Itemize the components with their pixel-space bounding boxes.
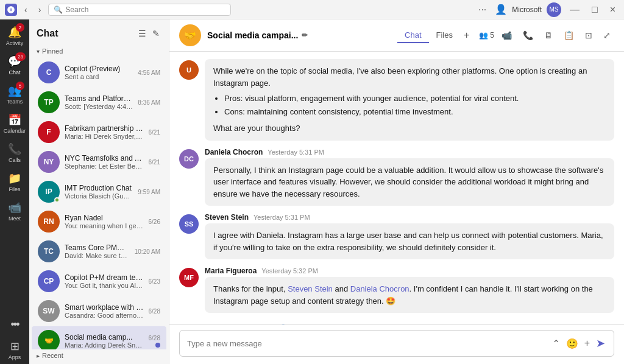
- calendar-label: Calendar: [4, 128, 26, 134]
- message-meta: Maria Figueroa Yesterday 5:32 PM: [205, 267, 614, 275]
- user-avatar-icon: 👤: [495, 4, 507, 15]
- more-actions-button[interactable]: ⊡: [581, 28, 596, 43]
- chat-item-time: 8:36 AM: [138, 99, 160, 106]
- send-button[interactable]: ➤: [595, 335, 606, 351]
- chat-item-time: 6/23: [149, 278, 160, 285]
- chat-item-copilot-pm[interactable]: CP Copilot P+M dream team You: Got it, t…: [32, 267, 166, 296]
- teams-label: Teams: [7, 99, 23, 105]
- chat-item-time: 4:56 AM: [138, 69, 160, 76]
- chat-item-social-media[interactable]: 🤝 Social media camp... Maria: Adding Der…: [32, 326, 166, 349]
- sidebar-item-calendar[interactable]: 📅 Calendar: [2, 110, 27, 138]
- user-avatar[interactable]: MS: [547, 2, 561, 17]
- sidebar-item-apps[interactable]: ⊞ Apps: [2, 336, 27, 364]
- participants-count[interactable]: 👥 5: [479, 31, 494, 40]
- chat-item-content: Copilot P+M dream team You: Got it, than…: [65, 273, 144, 289]
- send-options-button[interactable]: ⌃: [551, 337, 561, 351]
- search-input[interactable]: [65, 5, 225, 14]
- sidebar-item-chat[interactable]: 💬 Chat 28: [2, 51, 27, 79]
- sidebar-item-files[interactable]: 📁 Files: [2, 168, 27, 196]
- sidebar-item-calls[interactable]: 📞 Calls: [2, 139, 27, 167]
- sidebar-item-meet[interactable]: 📹 Meet: [2, 197, 27, 225]
- chat-item-avatar: IP: [38, 181, 60, 203]
- chat-item-name: IMT Production Chat: [65, 184, 133, 192]
- chat-item-preview: Victoria Blasich (Guest): Hello team...: [65, 192, 133, 200]
- chat-item-fabrikam[interactable]: F Fabrikam partnership co... Maria: Hi D…: [32, 117, 166, 147]
- chat-items: C Copilot (Preview) Sent a card 4:56 AM …: [29, 57, 169, 349]
- files-icon: 📁: [8, 172, 21, 185]
- chat-item-content: Social media camp... Maria: Adding Derek…: [65, 333, 144, 349]
- message-group: MF Maria Figueroa Yesterday 5:32 PM Than…: [179, 267, 614, 313]
- maximize-button[interactable]: □: [588, 3, 601, 16]
- chat-item-time: 6/21: [149, 129, 160, 136]
- attach-button[interactable]: +: [583, 337, 591, 350]
- chat-item-preview: You: meaning when I get a respons...: [65, 222, 144, 229]
- chat-item-meta: 4:56 AM: [138, 69, 160, 76]
- message-author: Maria Figueroa: [205, 267, 257, 275]
- message-time: Yesterday 5:32 PM: [261, 267, 318, 275]
- tab-files[interactable]: Files: [429, 28, 460, 43]
- schedule-button[interactable]: 📋: [560, 28, 578, 43]
- chat-item-meta: 6/23: [149, 278, 160, 285]
- chat-item-teams-platform[interactable]: TP Teams and Platform ... Scott: [Yester…: [32, 88, 166, 117]
- chat-item-preview: David: Make sure to frame that!: [65, 252, 130, 259]
- tab-chat[interactable]: Chat: [397, 28, 428, 43]
- new-chat-button[interactable]: ✎: [151, 27, 161, 40]
- chat-item-name: Smart workplace with Te...: [65, 303, 144, 312]
- list-item: Cons: maintaining content consistency, p…: [224, 106, 606, 118]
- sidebar-item-teams[interactable]: 👥 Teams 5: [2, 80, 27, 108]
- chat-item-imt-production[interactable]: IP IMT Production Chat Victoria Blasich …: [32, 177, 166, 206]
- message-content: While we're on the topic of social media…: [205, 59, 614, 141]
- message-bubble: I agree with Daniela. Instagram has a la…: [205, 223, 614, 259]
- more-options-button[interactable]: ···: [475, 3, 490, 16]
- emoji-button[interactable]: 🙂: [565, 337, 580, 351]
- list-item: Pros: visual platform, engagement with y…: [224, 93, 606, 105]
- filter-button[interactable]: ☰: [136, 27, 148, 40]
- chat-list-actions: ☰ ✎: [136, 27, 161, 40]
- participants-number: 5: [490, 31, 494, 40]
- audio-call-button[interactable]: 📞: [519, 28, 537, 43]
- popout-button[interactable]: ⤢: [600, 28, 614, 43]
- chat-item-time: 10:20 AM: [135, 248, 160, 255]
- pinned-label[interactable]: Pinned: [37, 47, 161, 55]
- message-group: SS Steven Stein Yesterday 5:31 PM I agre…: [179, 213, 614, 259]
- video-call-button[interactable]: 📹: [498, 28, 516, 43]
- chat-item-name: Teams and Platform ...: [65, 94, 133, 103]
- edit-title-icon[interactable]: ✏: [302, 31, 308, 40]
- chat-item-avatar: TC: [38, 240, 60, 262]
- chat-item-teams-core[interactable]: TC Teams Core PMM te... David: Make sure…: [32, 237, 166, 266]
- close-button[interactable]: ×: [606, 3, 619, 16]
- chat-list-title: Chat: [37, 28, 132, 39]
- recent-label[interactable]: Recent: [37, 352, 161, 359]
- chat-main: 🤝 Social media campai... ✏ Chat Files + …: [169, 19, 624, 364]
- chat-item-smart-workplace[interactable]: SW Smart workplace with Te... Casandra: …: [32, 296, 166, 326]
- chat-item-content: Teams Core PMM te... David: Make sure to…: [65, 243, 130, 259]
- chat-label: Chat: [9, 69, 20, 75]
- message-input[interactable]: [187, 339, 546, 348]
- chat-item-meta: 6/28: [149, 335, 160, 348]
- chat-item-ryan-nadel[interactable]: RN Ryan Nadel You: meaning when I get a …: [32, 207, 166, 236]
- chat-item-name: Copilot (Preview): [65, 65, 133, 73]
- chat-item-time: 6/28: [149, 335, 160, 341]
- chat-item-copilot[interactable]: C Copilot (Preview) Sent a card 4:56 AM: [32, 58, 166, 87]
- minimize-button[interactable]: —: [566, 3, 583, 16]
- share-screen-button[interactable]: 🖥: [541, 28, 556, 43]
- chat-list-panel: Chat ☰ ✎ Pinned C Copilot (Preview) Sent…: [29, 19, 169, 364]
- add-tab-button[interactable]: +: [460, 28, 473, 43]
- back-button[interactable]: ‹: [21, 4, 31, 16]
- sidebar-item-activity[interactable]: 🔔 Activity 2: [2, 22, 27, 50]
- chat-item-meta: 8:36 AM: [138, 99, 160, 106]
- chat-header-emoji: 🤝: [184, 30, 196, 41]
- chat-item-preview: Maria: Adding Derek Snyder t...: [65, 341, 144, 349]
- chat-item-nyc-teams[interactable]: NY NYC Teamsfolks and Alli... Stephanie:…: [32, 147, 166, 177]
- message-group: U While we're on the topic of social med…: [179, 59, 614, 141]
- chat-item-preview: You: Got it, thank you Alice!: [65, 282, 144, 289]
- search-bar: 🔍: [48, 4, 231, 16]
- forward-button[interactable]: ›: [35, 4, 45, 16]
- participants-icon: 👥: [479, 31, 488, 40]
- message-bubble: While we're on the topic of social media…: [205, 59, 614, 141]
- chat-item-content: IMT Production Chat Victoria Blasich (Gu…: [65, 184, 133, 200]
- chat-item-meta: 10:20 AM: [135, 248, 160, 255]
- title-bar-actions: ··· 👤 Microsoft MS — □ ×: [475, 2, 619, 17]
- sidebar-item-more[interactable]: •••: [2, 315, 27, 335]
- meet-icon: 📹: [8, 201, 21, 214]
